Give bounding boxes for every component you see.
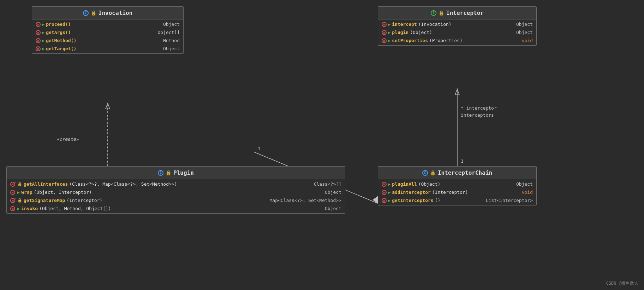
return-type: Map<Class<?>, Set<Method>> bbox=[267, 198, 342, 203]
table-row: m ▶ addInterceptor (Interceptor) void bbox=[378, 188, 536, 196]
method-param: (Object) bbox=[410, 30, 432, 35]
return-type: Object bbox=[513, 181, 533, 187]
plugin-header: C 🔒 Plugin bbox=[7, 167, 345, 179]
method-icon: m bbox=[36, 38, 41, 43]
watermark: CSDN @摸鱼散人 bbox=[606, 280, 638, 286]
table-row: m ▶ setProperties (Properties) void bbox=[378, 36, 536, 45]
return-type: void bbox=[519, 38, 533, 43]
method-icon: m bbox=[10, 206, 15, 211]
method-name: getInterceptors bbox=[392, 198, 433, 203]
return-type: Object bbox=[513, 22, 533, 27]
interceptor-header: I 🔒 Interceptor bbox=[378, 7, 536, 19]
method-name: proceed() bbox=[46, 22, 71, 27]
svg-text:1: 1 bbox=[461, 158, 464, 164]
visibility-icon: ▶ bbox=[388, 22, 390, 27]
interceptor-chain-class: C 🔒 InterceptorChain m ▶ pluginAll (Obje… bbox=[378, 166, 537, 205]
method-name: getSignatureMap bbox=[24, 198, 65, 203]
visibility-icon: ▶ bbox=[42, 22, 44, 27]
return-type: Object bbox=[322, 206, 341, 211]
lock-icon: 🔒 bbox=[17, 182, 22, 186]
return-type: List<Interceptor> bbox=[483, 198, 533, 203]
method-icon: m bbox=[36, 30, 41, 35]
method-param: (Invocation) bbox=[418, 22, 452, 27]
table-row: m ▶ intercept (Invocation) Object bbox=[378, 20, 536, 28]
return-type: Object bbox=[322, 190, 341, 195]
table-row: m ▶ invoke (Object, Method, Object[]) Ob… bbox=[7, 204, 345, 213]
method-name: invoke bbox=[21, 206, 38, 211]
method-name: addInterceptor bbox=[392, 190, 431, 195]
table-row: m ◇ 🔒 getAllInterfaces (Class<?>?, Map<C… bbox=[7, 180, 345, 188]
table-row: m ▶ getInterceptors () List<Interceptor> bbox=[378, 196, 536, 204]
return-type: Object bbox=[160, 22, 180, 27]
method-icon: m bbox=[382, 182, 387, 187]
class-icon-c: C bbox=[158, 170, 163, 176]
table-row: m ▶ getMethod() Method bbox=[32, 36, 183, 45]
visibility-icon: ▶ bbox=[388, 198, 390, 203]
method-param: (Object, Interceptor) bbox=[34, 190, 92, 195]
invocation-title: Invocation bbox=[99, 10, 132, 16]
method-name: setProperties bbox=[392, 38, 428, 43]
visibility-icon: ▶ bbox=[388, 30, 390, 35]
svg-text:1: 1 bbox=[258, 146, 261, 151]
class-icon-c: C bbox=[422, 170, 428, 176]
method-icon: m bbox=[382, 30, 387, 35]
return-type: Object[] bbox=[155, 30, 180, 35]
table-row: m ▶ getTarget() Object bbox=[32, 45, 183, 53]
return-type: Class<?>[] bbox=[311, 181, 341, 187]
visibility-icon: ▶ bbox=[17, 206, 20, 211]
plugin-title: Plugin bbox=[173, 169, 194, 176]
method-icon: m bbox=[382, 190, 387, 195]
method-name: getMethod() bbox=[46, 38, 76, 43]
return-type: void bbox=[519, 190, 533, 195]
visibility-icon: ▶ bbox=[42, 30, 44, 35]
table-row: m ◇ 🔒 getSignatureMap (Interceptor) Map<… bbox=[7, 196, 345, 204]
invocation-body: m ▶ proceed() Object m ▶ getArgs() Objec… bbox=[32, 19, 183, 53]
method-icon: m ◇ bbox=[10, 198, 15, 203]
visibility-icon: ▶ bbox=[42, 46, 44, 51]
method-icon: m bbox=[382, 198, 387, 203]
method-name: plugin bbox=[392, 30, 409, 35]
table-row: m ▶ plugin (Object) Object bbox=[378, 28, 536, 36]
visibility-icon: ▶ bbox=[388, 190, 390, 195]
method-icon: m bbox=[36, 22, 41, 27]
svg-text:* interceptor: * interceptor bbox=[461, 105, 497, 111]
plugin-class: C 🔒 Plugin m ◇ 🔒 getAllInterfaces (Class… bbox=[6, 166, 345, 214]
svg-marker-1 bbox=[106, 103, 110, 109]
table-row: m ▶ getArgs() Object[] bbox=[32, 28, 183, 36]
invocation-header: C 🔒 Invocation bbox=[32, 7, 183, 19]
method-param: (Interceptor) bbox=[432, 190, 468, 195]
method-name: wrap bbox=[21, 190, 32, 195]
method-param: (Interceptor) bbox=[66, 198, 102, 203]
method-icon: m ◇ bbox=[10, 182, 15, 187]
method-param: (Properties) bbox=[429, 38, 463, 43]
svg-text:interceptors: interceptors bbox=[461, 112, 494, 118]
svg-text:«create»: «create» bbox=[56, 137, 79, 142]
table-row: m ▶ pluginAll (Object) Object bbox=[378, 180, 536, 188]
visibility-icon: ▶ bbox=[17, 190, 20, 195]
visibility-icon: ▶ bbox=[388, 38, 390, 43]
invocation-class: C 🔒 Invocation m ▶ proceed() Object m ▶ … bbox=[32, 6, 184, 54]
method-icon: m bbox=[36, 46, 41, 51]
method-icon: m bbox=[382, 22, 387, 27]
table-row: m ▶ wrap (Object, Interceptor) Object bbox=[7, 188, 345, 196]
table-row: m ▶ proceed() Object bbox=[32, 20, 183, 28]
return-type: Method bbox=[160, 38, 180, 43]
interface-icon-i: I bbox=[431, 10, 436, 16]
method-name: intercept bbox=[392, 22, 417, 27]
interceptor-chain-body: m ▶ pluginAll (Object) Object m ▶ addInt… bbox=[378, 179, 536, 205]
return-type: Object bbox=[513, 30, 533, 35]
class-icon-c: C bbox=[83, 10, 89, 16]
method-param: (Class<?>?, Map<Class<?>, Set<Method>>) bbox=[69, 181, 177, 187]
method-name: getArgs() bbox=[46, 30, 71, 35]
plugin-body: m ◇ 🔒 getAllInterfaces (Class<?>?, Map<C… bbox=[7, 179, 345, 213]
return-type: Object bbox=[160, 46, 180, 51]
method-param: (Object, Method, Object[]) bbox=[39, 206, 111, 211]
method-icon: m bbox=[10, 190, 15, 195]
interceptor-body: m ▶ intercept (Invocation) Object m ▶ pl… bbox=[378, 19, 536, 45]
visibility-icon: ▶ bbox=[388, 182, 390, 187]
interceptor-title: Interceptor bbox=[446, 10, 484, 16]
method-param: () bbox=[435, 198, 441, 203]
method-name: getAllInterfaces bbox=[24, 181, 68, 187]
interceptor-chain-title: InterceptorChain bbox=[438, 169, 492, 176]
interceptor-chain-header: C 🔒 InterceptorChain bbox=[378, 167, 536, 179]
